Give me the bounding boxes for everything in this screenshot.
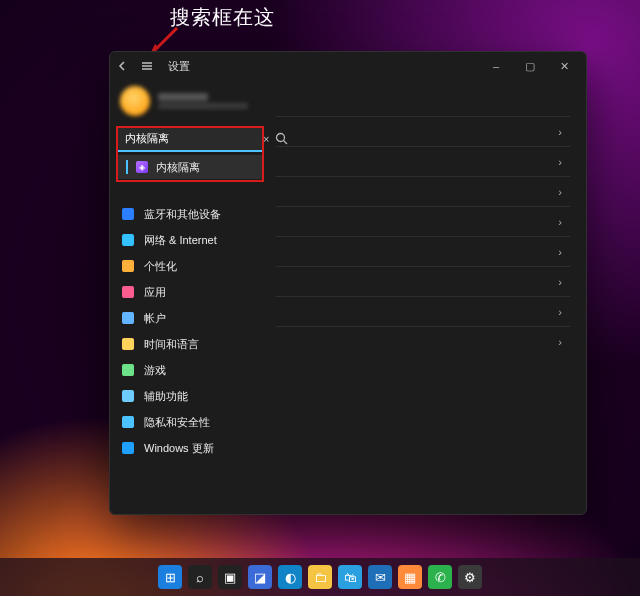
sidebar-item-network[interactable]: 网络 & Internet (110, 227, 270, 253)
sidebar-item-label: 辅助功能 (144, 389, 188, 404)
privacy-icon (122, 416, 134, 428)
titlebar: 设置 – ▢ ✕ (110, 52, 586, 80)
taskbar-start[interactable]: ⊞ (158, 565, 182, 589)
taskbar-taskview[interactable]: ▣ (218, 565, 242, 589)
personal-icon (122, 260, 134, 272)
settings-row[interactable]: › (276, 266, 570, 296)
back-button[interactable] (116, 59, 130, 73)
search-icon[interactable] (275, 132, 288, 146)
sidebar-item-update[interactable]: Windows 更新 (110, 435, 270, 461)
taskbar-settings[interactable]: ⚙ (458, 565, 482, 589)
sidebar-item-bluetooth[interactable]: 蓝牙和其他设备 (110, 201, 270, 227)
nav-list: 蓝牙和其他设备网络 & Internet个性化应用帐户时间和语言游戏辅助功能隐私… (110, 201, 270, 461)
taskbar: ⊞⌕▣◪◐🗀🛍✉▦✆⚙ (0, 558, 640, 596)
svg-line-3 (284, 140, 288, 144)
sidebar-item-label: 隐私和安全性 (144, 415, 210, 430)
selection-indicator (126, 160, 128, 174)
settings-window: 设置 – ▢ ✕ (109, 51, 587, 515)
time-icon (122, 338, 134, 350)
maximize-button[interactable]: ▢ (514, 54, 546, 78)
bluetooth-icon (122, 208, 134, 220)
taskbar-store[interactable]: 🛍 (338, 565, 362, 589)
sidebar-item-label: 应用 (144, 285, 166, 300)
search-box[interactable]: × (116, 126, 264, 152)
settings-row[interactable]: › (276, 146, 570, 176)
taskbar-widgets[interactable]: ◪ (248, 565, 272, 589)
annotation-label: 搜索框在这 (170, 4, 275, 31)
settings-row[interactable]: › (276, 326, 570, 356)
search-suggestion-label: 内核隔离 (156, 160, 200, 175)
sidebar-item-access[interactable]: 辅助功能 (110, 383, 270, 409)
taskbar-calendar[interactable]: ▦ (398, 565, 422, 589)
settings-row[interactable]: › (276, 206, 570, 236)
profile-text (158, 93, 248, 109)
network-icon (122, 234, 134, 246)
sidebar-item-label: 时间和语言 (144, 337, 199, 352)
update-icon (122, 442, 134, 454)
sidebar-item-label: 网络 & Internet (144, 233, 217, 248)
sidebar-item-time[interactable]: 时间和语言 (110, 331, 270, 357)
settings-row[interactable]: › (276, 296, 570, 326)
chevron-right-icon: › (558, 156, 562, 168)
sidebar-item-label: 蓝牙和其他设备 (144, 207, 221, 222)
search-input[interactable] (125, 133, 263, 145)
chevron-right-icon: › (558, 126, 562, 138)
sidebar-item-label: Windows 更新 (144, 441, 214, 456)
taskbar-explorer[interactable]: 🗀 (308, 565, 332, 589)
sidebar-item-label: 个性化 (144, 259, 177, 274)
sidebar-item-accounts[interactable]: 帐户 (110, 305, 270, 331)
settings-row[interactable]: › (276, 176, 570, 206)
settings-row[interactable]: › (276, 236, 570, 266)
clear-search-button[interactable]: × (263, 133, 269, 145)
sidebar-item-label: 帐户 (144, 311, 166, 326)
taskbar-mail[interactable]: ✉ (368, 565, 392, 589)
taskbar-edge[interactable]: ◐ (278, 565, 302, 589)
avatar (120, 86, 150, 116)
sidebar: × ◈ 内核隔离 蓝牙和其他设备网络 & Internet个性化应用帐户时间和语… (110, 80, 270, 514)
chevron-right-icon: › (558, 306, 562, 318)
chevron-right-icon: › (558, 246, 562, 258)
gaming-icon (122, 364, 134, 376)
window-title: 设置 (168, 59, 190, 74)
taskbar-search[interactable]: ⌕ (188, 565, 212, 589)
close-button[interactable]: ✕ (548, 54, 580, 78)
profile-block[interactable] (110, 82, 270, 124)
chevron-right-icon: › (558, 336, 562, 348)
svg-point-2 (277, 133, 285, 141)
core-isolation-icon: ◈ (136, 161, 148, 173)
minimize-button[interactable]: – (480, 54, 512, 78)
sidebar-item-label: 游戏 (144, 363, 166, 378)
search-suggestion[interactable]: ◈ 内核隔离 (116, 155, 264, 179)
chevron-right-icon: › (558, 186, 562, 198)
content-panel: ›››››››› (270, 80, 586, 514)
apps-icon (122, 286, 134, 298)
settings-row[interactable]: › (276, 116, 570, 146)
sidebar-item-apps[interactable]: 应用 (110, 279, 270, 305)
hamburger-icon[interactable] (140, 59, 154, 73)
taskbar-wechat[interactable]: ✆ (428, 565, 452, 589)
sidebar-item-privacy[interactable]: 隐私和安全性 (110, 409, 270, 435)
chevron-right-icon: › (558, 216, 562, 228)
chevron-right-icon: › (558, 276, 562, 288)
desktop-wallpaper: 搜索框在这 设置 – ▢ ✕ (0, 0, 640, 596)
sidebar-item-personal[interactable]: 个性化 (110, 253, 270, 279)
accounts-icon (122, 312, 134, 324)
sidebar-item-gaming[interactable]: 游戏 (110, 357, 270, 383)
access-icon (122, 390, 134, 402)
